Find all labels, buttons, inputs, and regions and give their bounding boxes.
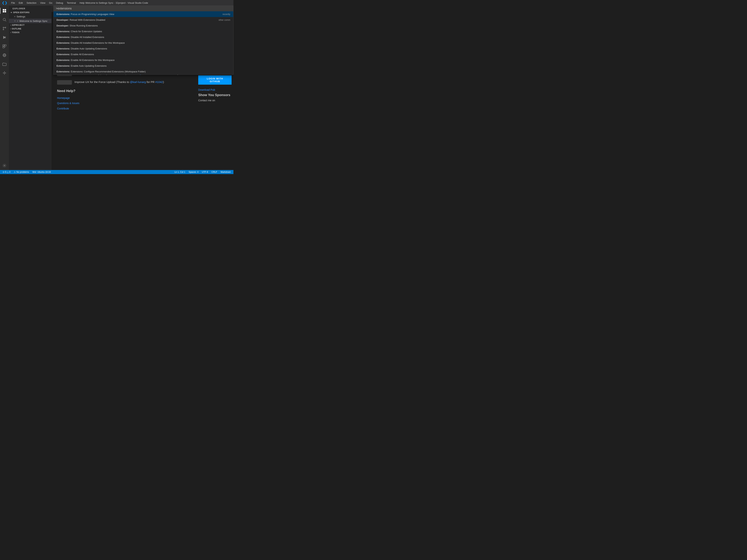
welcome-link-2b[interactable]: #1042 — [155, 80, 163, 83]
command-item-text-3: Extensions: Check for Extension Updates — [56, 30, 102, 33]
editor-area: Settings Welcome to Settings Sync ✕ Exte… — [52, 5, 233, 170]
menu-terminal[interactable]: Terminal — [65, 0, 78, 5]
activity-extensions[interactable] — [0, 42, 9, 51]
command-item-1[interactable]: Developer: Reload With Extensions Disabl… — [54, 17, 233, 23]
welcome-file-item[interactable]: ✕ ≡ Welcome to Settings Sync — [9, 19, 52, 23]
activity-explorer[interactable] — [0, 6, 9, 15]
command-item-6[interactable]: Extensions: Disable Auto Updating Extens… — [54, 46, 233, 52]
command-item-bold-1: Developer: — [56, 19, 69, 21]
menu-edit[interactable]: Edit — [17, 0, 25, 5]
command-item-rest-9: Enable Auto Updating Extensions — [70, 64, 107, 67]
settings-file-label: Settings — [17, 15, 25, 18]
menu-debug[interactable]: Debug — [54, 0, 65, 5]
command-item-5[interactable]: Extensions: Disable All Installed Extens… — [54, 40, 233, 46]
open-editors-arrow: ▼ — [10, 11, 12, 14]
32project-label: 32PROJECT — [12, 24, 25, 26]
svg-rect-11 — [5, 45, 6, 46]
command-item-rest-1: Reload With Extensions Disabled — [69, 19, 105, 21]
command-item-bold-4: Extensions: — [56, 36, 70, 38]
command-item-8[interactable]: Extensions: Enable All Extensions for th… — [54, 57, 233, 63]
command-item-rest-10: Extensions: Configure Recommended Extens… — [70, 70, 146, 73]
command-item-text-9: Extensions: Enable Auto Updating Extensi… — [56, 64, 106, 67]
activity-folder[interactable] — [0, 60, 9, 69]
status-right: Ln 1, Col 1 Spaces: 4 UTF-8 CRLF Markdow… — [174, 171, 232, 174]
todos-section[interactable]: › Todos — [9, 31, 52, 34]
settings-file-item[interactable]: ≡ Settings — [9, 14, 52, 19]
command-item-2[interactable]: Developer: Show Running Extensions — [54, 23, 233, 28]
activity-remote[interactable] — [0, 51, 9, 60]
command-item-text-4: Extensions: Disable All Installed Extens… — [56, 36, 104, 38]
menu-file[interactable]: File — [9, 0, 17, 5]
command-item-0[interactable]: Extensions: Focus on Programming Languag… — [54, 11, 233, 17]
command-item-rest-6: Disable Auto Updating Extensions — [70, 47, 107, 50]
open-editors-section[interactable]: ▼ Open Editors — [9, 10, 52, 14]
command-item-rest-4: Disable All Installed Extensions — [70, 36, 104, 38]
command-item-9[interactable]: Extensions: Enable Auto Updating Extensi… — [54, 63, 233, 69]
svg-point-17 — [4, 165, 5, 166]
sidebar: Explorer ▼ Open Editors ≡ Settings ✕ ≡ W… — [9, 5, 52, 170]
window-title: Welcome to Settings Sync - 32project - V… — [85, 1, 148, 4]
command-palette[interactable]: Extensions: Focus on Programming Languag… — [53, 5, 233, 75]
command-item-bold-6: Extensions: — [56, 47, 70, 50]
menu-selection[interactable]: Selection — [25, 0, 38, 5]
status-encoding[interactable]: UTF-8 — [201, 171, 209, 174]
command-item-text-5: Extensions: Disable All Installed Extens… — [56, 42, 125, 44]
command-item-3[interactable]: Extensions: Check for Extension Updates — [54, 28, 233, 34]
command-results: Extensions: Focus on Programming Languag… — [54, 11, 233, 75]
32project-section[interactable]: › 32PROJECT — [9, 23, 52, 27]
outline-section[interactable]: › Outline — [9, 27, 52, 31]
activity-settings[interactable] — [0, 161, 9, 170]
status-spaces[interactable]: Spaces: 4 — [188, 171, 199, 174]
download-pub-link[interactable]: Download Pub — [198, 88, 232, 91]
svg-point-7 — [3, 29, 4, 30]
command-item-rest-3: Check for Extension Updates — [70, 30, 102, 33]
activity-search[interactable] — [0, 15, 9, 24]
todos-label: Todos — [12, 31, 20, 33]
todos-arrow: › — [10, 31, 11, 33]
command-item-rest-0: Focus on Programming Languages View — [70, 13, 114, 16]
outline-label: Outline — [12, 28, 22, 30]
menu-view[interactable]: View — [38, 0, 47, 5]
status-problems[interactable]: ⚠ No problems — [13, 171, 30, 174]
menu-help[interactable]: Help — [78, 0, 86, 5]
status-language[interactable]: Markdown — [220, 171, 232, 174]
status-bar: ⊙ 0 △ 0 ⚠ No problems Wsl: Ubuntu-18.04 … — [0, 170, 233, 174]
open-editors-label: Open Editors — [13, 11, 29, 14]
menu-go[interactable]: Go — [47, 0, 54, 5]
show-sponsors-heading: Show You Sponsors — [198, 93, 232, 97]
status-position[interactable]: Ln 1, Col 1 — [174, 171, 186, 174]
contribute-link[interactable]: Contribute — [57, 106, 228, 111]
status-wsl[interactable]: Wsl: Ubuntu-18.04 — [32, 171, 52, 174]
command-item-text-6: Extensions: Disable Auto Updating Extens… — [56, 47, 107, 50]
activity-run[interactable] — [0, 33, 9, 42]
welcome-link-2a[interactable]: @karl-lunarg — [130, 80, 146, 83]
command-item-bold-5: Extensions: — [56, 42, 70, 44]
command-item-10[interactable]: Extensions: Extensions: Configure Recomm… — [54, 69, 233, 75]
login-github-button[interactable]: LOGIN WITH GITHUB — [198, 75, 232, 85]
command-item-rest-7: Enable All Extensions — [70, 53, 94, 56]
titlebar: ❮❯ File Edit Selection View Go Debug Ter… — [0, 0, 233, 5]
menu-bar: File Edit Selection View Go Debug Termin… — [9, 0, 86, 5]
command-item-4[interactable]: Extensions: Disable All Installed Extens… — [54, 34, 233, 40]
32project-arrow: › — [10, 24, 11, 26]
main-layout: Explorer ▼ Open Editors ≡ Settings ✕ ≡ W… — [0, 5, 233, 170]
status-remote-text: ⊙ 0 △ 0 — [3, 171, 10, 174]
svg-line-5 — [5, 20, 6, 21]
status-eol[interactable]: CRLF — [211, 171, 218, 174]
command-item-bold-7: Extensions: — [56, 53, 70, 56]
command-item-bold-2: Developer: — [56, 24, 69, 27]
welcome-file-close-icon[interactable]: ✕ — [14, 20, 16, 22]
welcome-file-label: Welcome to Settings Sync — [20, 20, 48, 22]
command-item-7[interactable]: Extensions: Enable All Extensions — [54, 52, 233, 57]
command-input-row — [54, 6, 233, 11]
status-left: ⊙ 0 △ 0 ⚠ No problems Wsl: Ubuntu-18.04 — [2, 171, 52, 174]
svg-rect-2 — [3, 11, 4, 12]
welcome-badge-2 — [57, 80, 72, 85]
sidebar-header: Explorer — [9, 5, 52, 10]
status-spaces-text: Spaces: 4 — [188, 171, 199, 174]
activity-git[interactable] — [0, 69, 9, 77]
activity-source-control[interactable] — [0, 24, 9, 33]
command-input[interactable] — [56, 7, 231, 10]
svg-point-6 — [3, 27, 4, 28]
status-remote[interactable]: ⊙ 0 △ 0 — [2, 171, 11, 174]
